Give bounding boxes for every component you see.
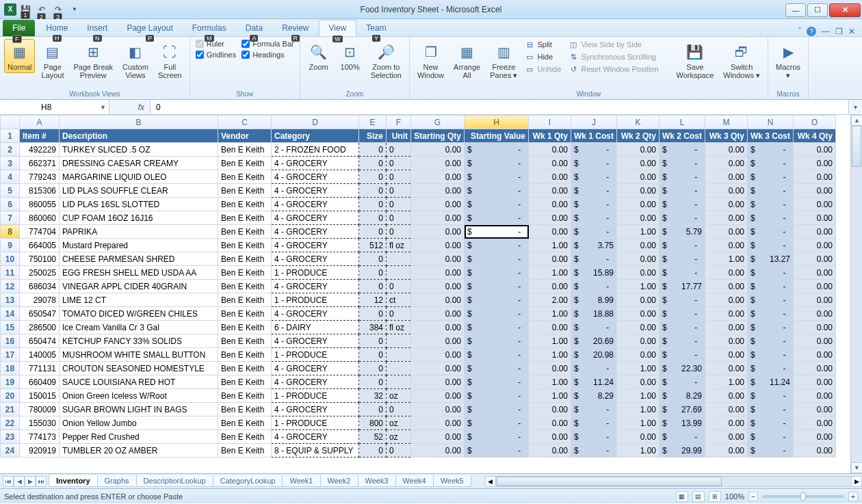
cell-K24[interactable]: 1.00 <box>617 444 659 457</box>
col-header-M[interactable]: M <box>705 116 748 129</box>
cell-L14[interactable]: $ - <box>659 307 705 321</box>
cell-D17[interactable]: 1 - PRODUCE <box>272 348 359 362</box>
cell-B14[interactable]: TOMATO DICED W/GREEN CHILES <box>60 307 218 321</box>
cell-J23[interactable]: $ - <box>571 430 617 444</box>
cell-I13[interactable]: 2.00 <box>529 293 571 307</box>
cell-F22[interactable]: oz <box>387 416 411 430</box>
table-header-cell[interactable]: Unit <box>387 129 411 143</box>
row-header[interactable]: 2 <box>1 143 20 157</box>
ribbon-tab-team[interactable]: TeamY <box>356 20 395 36</box>
cell-J12[interactable]: $ - <box>571 280 617 293</box>
workbook-minimize-icon[interactable]: — <box>822 27 830 36</box>
sheet-tab-week1[interactable]: Week1 <box>282 475 320 487</box>
cell-E9[interactable]: 512 <box>359 239 387 252</box>
cell-L10[interactable]: $ - <box>659 252 705 266</box>
cell-N17[interactable]: $ - <box>748 348 794 362</box>
cell-K20[interactable]: 1.00 <box>617 389 659 403</box>
cell-O20[interactable]: 0.00 <box>794 389 836 403</box>
cell-N15[interactable]: $ - <box>748 321 794 334</box>
save-workspace-button[interactable]: 💾Save Workspace <box>672 39 717 81</box>
cell-I14[interactable]: 1.00 <box>529 307 571 321</box>
cell-J5[interactable]: $ - <box>571 184 617 198</box>
cell-I17[interactable]: 1.00 <box>529 348 571 362</box>
row-header[interactable]: 18 <box>1 362 20 375</box>
cell-I12[interactable]: 0.00 <box>529 280 571 293</box>
cell-E13[interactable]: 12 <box>359 293 387 307</box>
cell-H7[interactable]: $ - <box>465 211 529 225</box>
cell-H15[interactable]: $ - <box>465 321 529 334</box>
excel-icon[interactable]: X <box>4 3 16 16</box>
cell-O2[interactable]: 0.00 <box>794 143 836 157</box>
sheet-tab-inventory[interactable]: Inventory <box>49 475 98 487</box>
cell-E22[interactable]: 800 <box>359 416 387 430</box>
workbook-close-icon[interactable]: ✕ <box>848 27 855 36</box>
cell-A3[interactable]: 662371 <box>20 157 60 170</box>
cell-K22[interactable]: 1.00 <box>617 416 659 430</box>
row-header[interactable]: 4 <box>1 170 20 184</box>
cell-L17[interactable]: $ - <box>659 348 705 362</box>
cell-L11[interactable]: $ - <box>659 266 705 280</box>
cell-B20[interactable]: Onion Green Iceless W/Root <box>60 389 218 403</box>
cell-M23[interactable]: 0.00 <box>705 430 748 444</box>
freeze-panes-button[interactable]: ▥Freeze Panes ▾ <box>486 39 521 81</box>
cell-G2[interactable]: 0.00 <box>411 143 465 157</box>
cell-B17[interactable]: MUSHROOM WHITE SMALL BUTTON <box>60 348 218 362</box>
row-header[interactable]: 24 <box>1 444 20 457</box>
cell-K17[interactable]: 0.00 <box>617 348 659 362</box>
cell-N11[interactable]: $ - <box>748 266 794 280</box>
horizontal-scrollbar[interactable]: ◀ ▶ <box>485 476 862 487</box>
cell-K7[interactable]: 0.00 <box>617 211 659 225</box>
row-header[interactable]: 10 <box>1 252 20 266</box>
col-header-L[interactable]: L <box>659 116 705 129</box>
col-header-F[interactable]: F <box>387 116 411 129</box>
cell-F11[interactable] <box>387 266 411 280</box>
cell-E17[interactable]: 0 <box>359 348 387 362</box>
cell-N20[interactable]: $ - <box>748 389 794 403</box>
ribbon-tab-view[interactable]: ViewW <box>319 20 357 36</box>
cell-L8[interactable]: $5.79 <box>659 225 705 239</box>
cell-G3[interactable]: 0.00 <box>411 157 465 170</box>
scroll-left-icon[interactable]: ◀ <box>485 476 496 487</box>
cell-O23[interactable]: 0.00 <box>794 430 836 444</box>
cell-A5[interactable]: 815306 <box>20 184 60 198</box>
cell-I20[interactable]: 1.00 <box>529 389 571 403</box>
cell-A18[interactable]: 771131 <box>20 362 60 375</box>
cell-F16[interactable] <box>387 334 411 348</box>
ribbon-tab-insert[interactable]: InsertN <box>77 20 117 36</box>
cell-O5[interactable]: 0.00 <box>794 184 836 198</box>
cell-D15[interactable]: 6 - DAIRY <box>272 321 359 334</box>
cell-M3[interactable]: 0.00 <box>705 157 748 170</box>
cell-A6[interactable]: 860055 <box>20 198 60 211</box>
row-header[interactable]: 12 <box>1 280 20 293</box>
cell-O10[interactable]: 0.00 <box>794 252 836 266</box>
cell-F21[interactable]: 0 <box>387 403 411 416</box>
qat-save-icon[interactable]: 💾1 <box>18 2 33 17</box>
col-header-B[interactable]: B <box>60 116 218 129</box>
row-header[interactable]: 5 <box>1 184 20 198</box>
cell-M19[interactable]: 1.00 <box>705 375 748 389</box>
cell-G14[interactable]: 0.00 <box>411 307 465 321</box>
cell-G4[interactable]: 0.00 <box>411 170 465 184</box>
cell-G18[interactable]: 0.00 <box>411 362 465 375</box>
cell-L16[interactable]: $ - <box>659 334 705 348</box>
cell-N12[interactable]: $ - <box>748 280 794 293</box>
cell-I15[interactable]: 0.00 <box>529 321 571 334</box>
cell-O19[interactable]: 0.00 <box>794 375 836 389</box>
zoom-in-button[interactable]: + <box>848 492 858 501</box>
cell-C21[interactable]: Ben E Keith <box>218 403 272 416</box>
ribbon-tab-data[interactable]: DataA <box>236 20 272 36</box>
cell-B7[interactable]: CUP FOAM 16OZ 16J16 <box>60 211 218 225</box>
cell-D9[interactable]: 4 - GROCERY <box>272 239 359 252</box>
cell-O11[interactable]: 0.00 <box>794 266 836 280</box>
cell-D3[interactable]: 4 - GROCERY <box>272 157 359 170</box>
row-header[interactable]: 17 <box>1 348 20 362</box>
cell-O8[interactable]: 0.00 <box>794 225 836 239</box>
cell-A8[interactable]: 774704 <box>20 225 60 239</box>
cell-I22[interactable]: 0.00 <box>529 416 571 430</box>
cell-A21[interactable]: 780009 <box>20 403 60 416</box>
cell-B13[interactable]: LIME 12 CT <box>60 293 218 307</box>
cell-H3[interactable]: $ - <box>465 157 529 170</box>
cell-O14[interactable]: 0.00 <box>794 307 836 321</box>
cell-J10[interactable]: $ - <box>571 252 617 266</box>
cell-L20[interactable]: $8.29 <box>659 389 705 403</box>
